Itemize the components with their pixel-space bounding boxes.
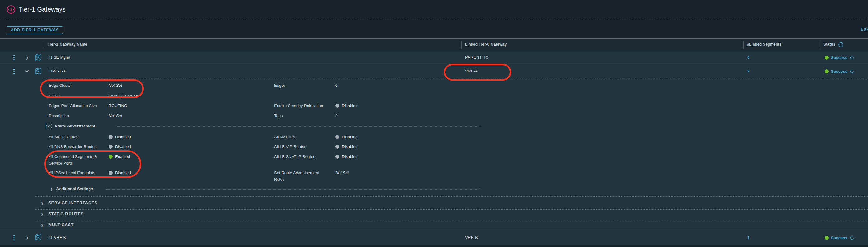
chevron-down-icon: ❯ <box>47 124 51 128</box>
chevron-right-icon[interactable]: ❯ <box>26 56 29 59</box>
status-cell[interactable]: Success <box>825 236 854 240</box>
table-header-row: Tier-1 Gateway Name Linked Tier-0 Gatewa… <box>0 38 868 51</box>
expand-all-link[interactable]: EXP <box>861 27 868 31</box>
refresh-icon[interactable] <box>849 55 854 60</box>
toggle-off-dot <box>335 135 339 139</box>
status-success-dot <box>825 69 829 73</box>
linked-t0-value: VRF-B <box>465 235 478 240</box>
chevron-right-icon[interactable]: ❯ <box>26 236 29 240</box>
chevron-right-icon[interactable]: ❯ <box>40 223 44 227</box>
toggle-on-dot <box>108 155 113 159</box>
gateways-table: Tier-1 Gateway Name Linked Tier-0 Gatewa… <box>0 38 868 245</box>
status-cell[interactable]: Success <box>825 69 854 74</box>
status-info-icon[interactable] <box>838 42 843 47</box>
row-actions-menu[interactable] <box>13 69 15 74</box>
toggle-off-dot <box>335 104 339 108</box>
column-divider <box>461 41 462 49</box>
chevron-right-icon[interactable]: ❯ <box>50 187 53 191</box>
linked-t0-value: PARENT TO <box>465 55 489 60</box>
refresh-icon[interactable] <box>849 236 854 240</box>
refresh-icon[interactable] <box>849 69 854 74</box>
route-advertisement-collapse-toggle[interactable]: ❯ <box>45 123 52 129</box>
section-multicast[interactable]: MULTICAST <box>48 222 73 227</box>
column-header-linked-t0[interactable]: Linked Tier-0 Gateway <box>465 42 506 47</box>
section-separator <box>35 196 868 197</box>
dhcp-link[interactable]: Local | 1 Servers <box>108 93 139 99</box>
column-header-segments[interactable]: #Linked Segments <box>747 42 782 47</box>
linked-segments-count[interactable]: 0 <box>747 55 749 60</box>
dotted-leader <box>106 189 480 190</box>
additional-settings-title[interactable]: Additional Settings <box>56 186 93 191</box>
status-cell[interactable]: Success <box>825 55 854 60</box>
svg-text:1: 1 <box>10 8 12 11</box>
status-success-dot <box>825 56 829 60</box>
toggle-off-dot <box>335 144 339 148</box>
linked-segments-count[interactable]: 2 <box>747 69 749 73</box>
section-separator <box>35 209 868 210</box>
gateway-name[interactable]: T1-VRF-B <box>48 235 66 240</box>
gateway-map-icon <box>34 68 42 75</box>
route-advertisement-title: Route Advertisement <box>55 124 95 128</box>
row-actions-menu[interactable] <box>13 235 15 241</box>
tier1-gateways-screen: 1 Tier-1 Gateways ADD TIER-1 GATEWAY EXP… <box>0 0 868 247</box>
chevron-right-icon[interactable]: ❯ <box>40 212 44 216</box>
section-static-routes[interactable]: STATIC ROUTES <box>48 212 84 216</box>
detail-separator <box>44 79 868 79</box>
status-success-dot <box>825 236 829 240</box>
table-row[interactable]: ❯ T1 SE Mgmt PARENT TO 0 Success <box>0 51 868 64</box>
gateway-name[interactable]: T1-VRF-A <box>48 69 66 73</box>
toggle-off-dot <box>335 155 339 159</box>
toggle-off-dot <box>108 135 113 139</box>
page-header: 1 Tier-1 Gateways <box>0 0 868 20</box>
gateway-map-icon <box>34 234 42 241</box>
column-header-name[interactable]: Tier-1 Gateway Name <box>48 42 87 47</box>
status-label[interactable]: Success <box>831 55 847 60</box>
table-row[interactable]: ❯ T1-VRF-B VRF-B 1 Success <box>0 230 868 245</box>
tier1-gateway-icon: 1 <box>6 5 16 14</box>
add-tier1-gateway-button[interactable]: ADD TIER-1 GATEWAY <box>6 26 63 34</box>
row-actions-menu[interactable] <box>13 55 15 60</box>
column-header-status[interactable]: Status <box>824 42 835 47</box>
column-divider <box>743 41 744 49</box>
gateway-name[interactable]: T1 SE Mgmt <box>48 55 70 60</box>
toggle-off-dot <box>108 171 113 175</box>
chevron-right-icon[interactable]: ❯ <box>40 201 44 205</box>
page-title: Tier-1 Gateways <box>19 6 65 13</box>
linked-segments-count[interactable]: 1 <box>747 235 749 240</box>
gateway-map-icon <box>34 54 42 61</box>
chevron-down-icon[interactable]: ❯ <box>25 70 29 73</box>
status-label[interactable]: Success <box>831 69 847 74</box>
toggle-off-dot <box>108 144 113 148</box>
dotted-leader <box>115 127 480 127</box>
section-service-interfaces[interactable]: SERVICE INTERFACES <box>48 200 97 205</box>
status-label[interactable]: Success <box>831 236 847 240</box>
linked-t0-value: VRF-A <box>465 69 478 73</box>
table-row-expanded: ❯ T1-VRF-A VRF-A 2 Success Edge Cluster <box>0 64 868 230</box>
section-separator <box>35 220 868 220</box>
